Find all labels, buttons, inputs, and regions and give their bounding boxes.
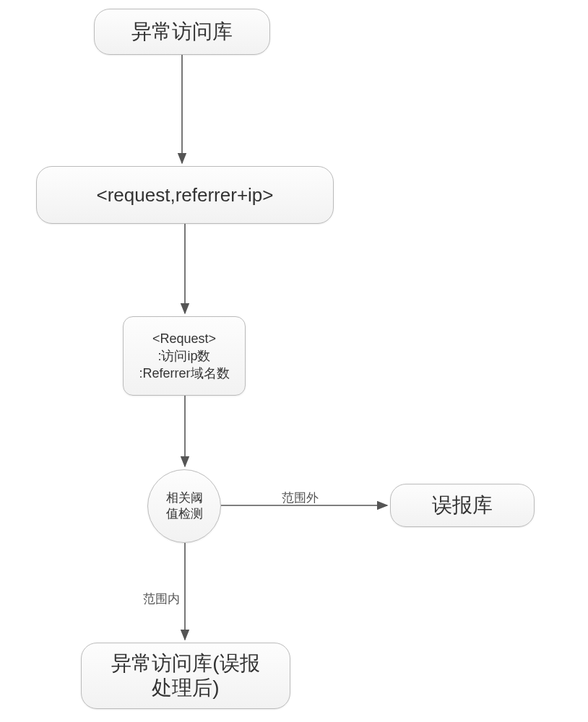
node-false-positive-db: 误报库 [390,484,535,527]
node-threshold-check: 相关阈 值检测 [147,469,221,543]
edge-label-out-of-range: 范围外 [282,490,319,506]
node-request-referrer-ip: <request,referrer+ip> [36,166,334,224]
edge-label-in-range: 范围内 [143,591,180,607]
node-label: 异常访问库 [131,18,233,45]
flow-arrows [0,0,588,722]
node-label: 误报库 [432,492,493,519]
node-request-stats: <Request> :访问ip数 :Referrer域名数 [123,316,246,396]
node-label: <Request> :访问ip数 :Referrer域名数 [139,330,229,383]
node-label: 异常访问库(误报 处理后) [111,651,259,700]
node-label: 相关阈 值检测 [166,490,203,522]
node-label: <request,referrer+ip> [97,184,274,206]
node-abnormal-access-db-processed: 异常访问库(误报 处理后) [81,643,290,709]
node-abnormal-access-db: 异常访问库 [94,9,270,55]
